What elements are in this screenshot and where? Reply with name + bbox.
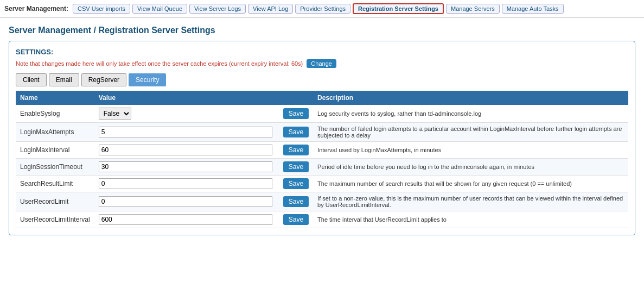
table-row: SearchResultLimitSaveThe maximum number … — [16, 176, 628, 192]
row-save-6[interactable]: Save — [279, 211, 313, 228]
select-enablesyslog[interactable]: FalseTrue — [99, 108, 131, 120]
table-row: EnableSyslogFalseTrueSaveLog security ev… — [16, 105, 628, 123]
row-desc-5: If set to a non-zero value, this is the … — [313, 192, 628, 211]
input-loginsessiontimeout[interactable] — [99, 161, 272, 172]
row-name-5: UserRecordLimit — [16, 192, 94, 211]
tab-regserver[interactable]: RegServer — [81, 73, 126, 86]
save-button-loginmaxattempts[interactable]: Save — [283, 127, 309, 137]
top-nav-label: Server Management: — [4, 5, 68, 12]
nav-btn-manage-auto-tasks[interactable]: Manage Auto Tasks — [502, 4, 564, 14]
col-value: Value — [94, 91, 279, 105]
nav-btn-registration-server-settings[interactable]: Registration Server Settings — [353, 3, 444, 14]
nav-btn-csv-user-imports[interactable]: CSV User imports — [73, 4, 130, 14]
input-userrecordlimit[interactable] — [99, 196, 272, 207]
col-name: Name — [16, 91, 94, 105]
row-value-5[interactable] — [94, 192, 279, 211]
table-row: UserRecordLimitSaveIf set to a non-zero … — [16, 192, 628, 211]
save-button-enablesyslog[interactable]: Save — [283, 108, 309, 119]
save-button-loginmaxinterval[interactable]: Save — [283, 145, 309, 155]
nav-btn-view-mail-queue[interactable]: View Mail Queue — [132, 4, 187, 14]
change-button[interactable]: Change — [307, 59, 336, 68]
row-value-0[interactable]: FalseTrue — [94, 105, 279, 123]
row-desc-2: Interval used by LoginMaxAttempts, in mi… — [313, 142, 628, 159]
page-title: Server Management / Registration Server … — [0, 18, 644, 41]
settings-note: Note that changes made here will only ta… — [16, 59, 628, 68]
nav-btn-provider-settings[interactable]: Provider Settings — [295, 4, 350, 14]
row-save-2[interactable]: Save — [279, 142, 313, 159]
nav-btn-view-api-log[interactable]: View API Log — [248, 4, 293, 14]
input-loginmaxattempts[interactable] — [99, 127, 272, 137]
settings-title: SETTINGS: — [16, 48, 628, 56]
input-loginmaxinterval[interactable] — [99, 145, 272, 155]
settings-table: Name Value Description EnableSyslogFalse… — [16, 91, 628, 228]
row-save-5[interactable]: Save — [279, 192, 313, 211]
row-value-4[interactable] — [94, 176, 279, 192]
tab-email[interactable]: Email — [49, 73, 79, 86]
table-row: UserRecordLimitIntervalSaveThe time inte… — [16, 211, 628, 228]
col-save — [279, 91, 313, 105]
row-desc-4: The maximum number of search results tha… — [313, 176, 628, 192]
input-userrecordlimitinterval[interactable] — [99, 214, 272, 225]
save-button-userrecordlimitinterval[interactable]: Save — [283, 214, 309, 225]
row-value-1[interactable] — [94, 123, 279, 142]
row-value-3[interactable] — [94, 159, 279, 176]
tab-security[interactable]: Security — [129, 73, 166, 86]
save-button-searchresultlimit[interactable]: Save — [283, 178, 309, 189]
row-name-1: LoginMaxAttempts — [16, 123, 94, 142]
nav-btn-view-server-logs[interactable]: View Server Logs — [189, 4, 246, 14]
row-name-3: LoginSessionTimeout — [16, 159, 94, 176]
row-value-2[interactable] — [94, 142, 279, 159]
row-name-0: EnableSyslog — [16, 105, 94, 123]
row-save-4[interactable]: Save — [279, 176, 313, 192]
table-row: LoginSessionTimeoutSavePeriod of idle ti… — [16, 159, 628, 176]
table-row: LoginMaxAttemptsSaveThe number of failed… — [16, 123, 628, 142]
top-nav: Server Management: CSV User importsView … — [0, 0, 644, 18]
col-description: Description — [313, 91, 628, 105]
row-desc-1: The number of failed login attempts to a… — [313, 123, 628, 142]
row-desc-6: The time interval that UserRecordLimit a… — [313, 211, 628, 228]
row-name-2: LoginMaxInterval — [16, 142, 94, 159]
settings-box: SETTINGS: Note that changes made here wi… — [9, 41, 635, 235]
input-searchresultlimit[interactable] — [99, 178, 272, 189]
table-header-row: Name Value Description — [16, 91, 628, 105]
tab-client[interactable]: Client — [16, 73, 47, 86]
row-save-0[interactable]: Save — [279, 105, 313, 123]
main-content: SETTINGS: Note that changes made here wi… — [0, 41, 644, 244]
tab-row: ClientEmailRegServerSecurity — [16, 73, 628, 86]
row-desc-3: Period of idle time before you need to l… — [313, 159, 628, 176]
table-row: LoginMaxIntervalSaveInterval used by Log… — [16, 142, 628, 159]
row-name-4: SearchResultLimit — [16, 176, 94, 192]
save-button-loginsessiontimeout[interactable]: Save — [283, 161, 309, 172]
row-save-1[interactable]: Save — [279, 123, 313, 142]
row-desc-0: Log security events to syslog, rather th… — [313, 105, 628, 123]
row-name-6: UserRecordLimitInterval — [16, 211, 94, 228]
nav-btn-manage-servers[interactable]: Manage Servers — [446, 4, 500, 14]
row-value-6[interactable] — [94, 211, 279, 228]
row-save-3[interactable]: Save — [279, 159, 313, 176]
save-button-userrecordlimit[interactable]: Save — [283, 196, 309, 207]
